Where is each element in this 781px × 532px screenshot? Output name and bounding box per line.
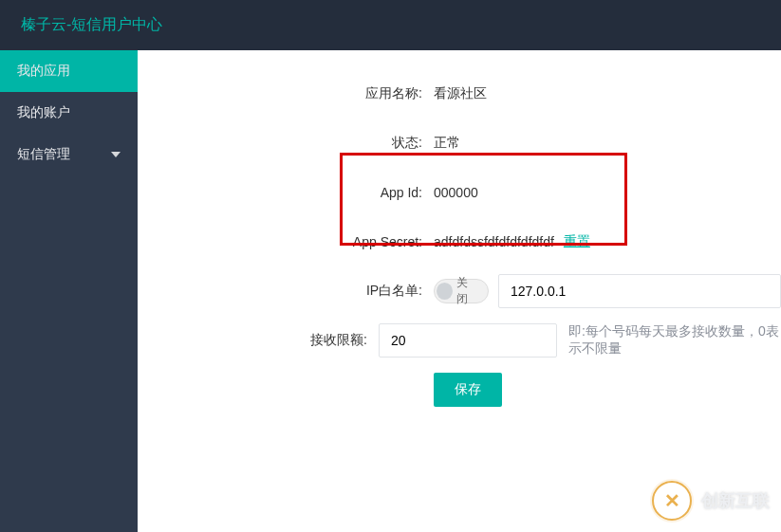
label-app-id: App Id: — [138, 185, 434, 200]
value-app-secret: adfdfdssfdfdfdfdfdfdf — [434, 234, 554, 249]
label-app-secret: App Secret: — [138, 234, 434, 249]
chevron-down-icon — [111, 152, 121, 157]
sidebar-item-my-apps[interactable]: 我的应用 — [0, 50, 138, 92]
recv-limit-input[interactable] — [379, 323, 557, 358]
sidebar-item-label: 短信管理 — [17, 146, 70, 163]
row-app-name: 应用名称: 看源社区 — [138, 69, 781, 119]
value-app-id: 000000 — [434, 185, 478, 200]
label-status: 状态: — [138, 135, 434, 152]
sidebar-item-sms-manage[interactable]: 短信管理 — [0, 134, 138, 175]
logo-text: 创新互联 — [701, 489, 770, 512]
value-app-name: 看源社区 — [434, 85, 487, 102]
sidebar-item-my-account[interactable]: 我的账户 — [0, 92, 138, 134]
main-container: 我的应用 我的账户 短信管理 应用名称: 看源社区 状态: 正常 App Id:… — [0, 50, 781, 532]
row-recv-limit: 接收限额: 即:每个号码每天最多接收数量，0表示不限量 — [138, 316, 781, 365]
sidebar-item-label: 我的账户 — [17, 104, 70, 121]
row-status: 状态: 正常 — [138, 119, 781, 168]
label-ip-whitelist: IP白名单: — [138, 283, 434, 300]
reset-secret-link[interactable]: 重置 — [564, 233, 590, 250]
main-content: 应用名称: 看源社区 状态: 正常 App Id: 000000 App Sec… — [138, 50, 781, 532]
row-app-id: App Id: 000000 — [138, 168, 781, 217]
toggle-state-text: 关闭 — [456, 275, 478, 307]
logo-mark-icon: ✕ — [652, 481, 692, 521]
header-title: 榛子云-短信用户中心 — [21, 15, 162, 35]
sidebar-item-label: 我的应用 — [17, 63, 70, 80]
recv-limit-hint: 即:每个号码每天最多接收数量，0表示不限量 — [568, 323, 781, 358]
row-app-secret: App Secret: adfdfdssfdfdfdfdfdfdf 重置 — [138, 217, 781, 266]
row-actions: 保存 — [138, 373, 781, 407]
label-app-name: 应用名称: — [138, 85, 434, 102]
ip-whitelist-toggle[interactable]: 关闭 — [434, 279, 489, 303]
save-button[interactable]: 保存 — [434, 373, 502, 407]
sidebar: 我的应用 我的账户 短信管理 — [0, 50, 138, 532]
branding-logo: ✕ 创新互联 — [652, 481, 770, 521]
app-header: 榛子云-短信用户中心 — [0, 0, 781, 50]
value-status: 正常 — [434, 135, 460, 152]
ip-whitelist-input[interactable] — [498, 274, 781, 308]
row-ip-whitelist: IP白名单: 关闭 — [138, 266, 781, 316]
toggle-knob-icon — [437, 283, 453, 300]
label-recv-limit: 接收限额: — [138, 332, 379, 349]
